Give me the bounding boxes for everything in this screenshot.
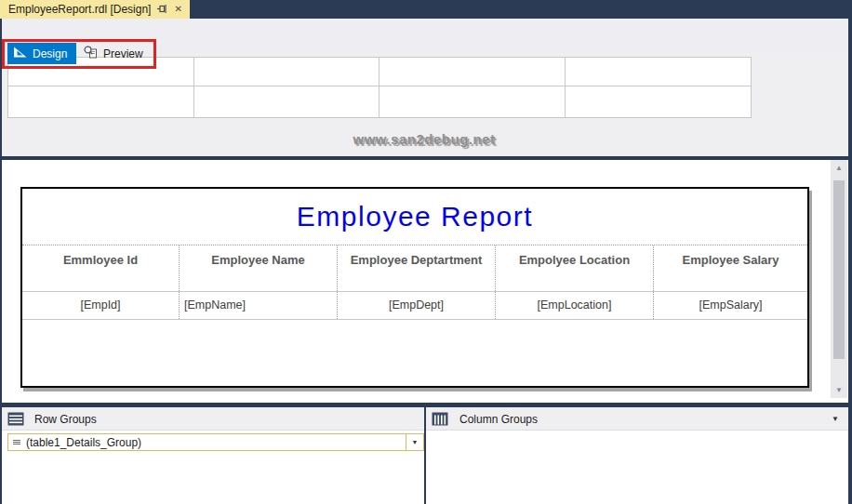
row-groups-label: Row Groups — [34, 413, 97, 426]
close-icon[interactable]: ✕ — [174, 5, 181, 14]
header-grid-cell[interactable] — [8, 86, 194, 117]
report-table[interactable]: Emmloyee Id Employee Name Employee Depta… — [22, 245, 807, 320]
header-cell-employee-salary[interactable]: Employee Salary — [653, 245, 807, 291]
header-grid-cell[interactable] — [194, 86, 380, 117]
field-cell-empid[interactable]: [EmpId] — [22, 292, 179, 319]
header-cell-employee-name[interactable]: Employee Name — [179, 245, 337, 291]
grouping-pane: Row Groups Column Groups ▼ (table1_Detai… — [0, 407, 848, 504]
row-group-item-label: (table1_Details_Group) — [26, 436, 141, 449]
scrollbar-thumb[interactable] — [833, 180, 845, 359]
details-group-icon — [13, 440, 20, 444]
header-grid-cell[interactable] — [566, 86, 752, 117]
header-grid-cell[interactable] — [379, 58, 566, 86]
row-group-dropdown-button[interactable]: ▼ — [406, 434, 423, 450]
columns-grid-icon — [432, 412, 448, 430]
field-cell-empdept[interactable]: [EmpDept] — [337, 292, 495, 319]
tab-employeereport-rdl[interactable]: EmployeeReport.rdl [Design] ✕ — [0, 0, 190, 19]
table-detail-row: [EmpId] [EmpName] [EmpDept] [EmpLocation… — [22, 292, 807, 320]
document-tab-bar: EmployeeReport.rdl [Design] ✕ — [0, 0, 852, 19]
header-cell-employee-id[interactable]: Emmloyee Id — [22, 245, 179, 291]
header-grid-cell[interactable] — [379, 86, 566, 117]
field-cell-empsalary[interactable]: [EmpSalary] — [653, 292, 807, 319]
design-button-label: Design — [33, 47, 67, 60]
grouping-pane-divider[interactable] — [424, 407, 426, 504]
window-right-border — [848, 0, 852, 504]
field-cell-emplocation[interactable]: [EmpLocation] — [495, 292, 653, 319]
vertical-scrollbar[interactable]: ▲ ▼ — [831, 160, 847, 398]
report-body-design-surface: Employee Report Emmloyee Id Employee Nam… — [0, 160, 848, 403]
grouping-options-chevron-icon[interactable]: ▼ — [832, 415, 839, 423]
report-designer-window: EmployeeReport.rdl [Design] ✕ Design Pre… — [0, 0, 852, 504]
pin-icon[interactable] — [157, 4, 167, 16]
header-grid-cell[interactable] — [194, 58, 380, 86]
tab-title: EmployeeReport.rdl [Design] — [8, 3, 151, 16]
preview-button-label: Preview — [103, 47, 143, 60]
header-table-grid — [7, 57, 752, 118]
set-square-icon — [14, 46, 27, 60]
design-tab-button[interactable]: Design — [7, 43, 76, 64]
preview-tab-button[interactable]: Preview — [78, 43, 149, 64]
scroll-up-icon[interactable]: ▲ — [831, 164, 847, 172]
header-cell-employee-location[interactable]: Empolyee Location — [495, 245, 653, 291]
report-title-textbox[interactable]: Employee Report — [22, 189, 807, 244]
header-grid-cell[interactable] — [566, 58, 752, 86]
rows-grid-icon — [7, 412, 24, 430]
report-page[interactable]: Employee Report Emmloyee Id Employee Nam… — [20, 187, 809, 388]
scroll-down-icon[interactable]: ▼ — [831, 386, 847, 394]
field-cell-empname[interactable]: [EmpName] — [179, 292, 337, 319]
header-cell-employee-department[interactable]: Employee Deptartment — [337, 245, 495, 291]
table-header-row: Emmloyee Id Employee Name Employee Depta… — [22, 245, 807, 292]
page-header-design-surface: www.san2debug.net — [0, 53, 848, 156]
window-left-border — [0, 19, 2, 504]
row-group-details-item[interactable]: (table1_Details_Group) ▼ — [7, 433, 424, 451]
design-preview-toolbar: Design Preview — [0, 19, 848, 53]
watermark-text: www.san2debug.net — [0, 131, 848, 147]
column-groups-label: Column Groups — [459, 413, 538, 426]
magnifier-icon — [84, 46, 98, 61]
